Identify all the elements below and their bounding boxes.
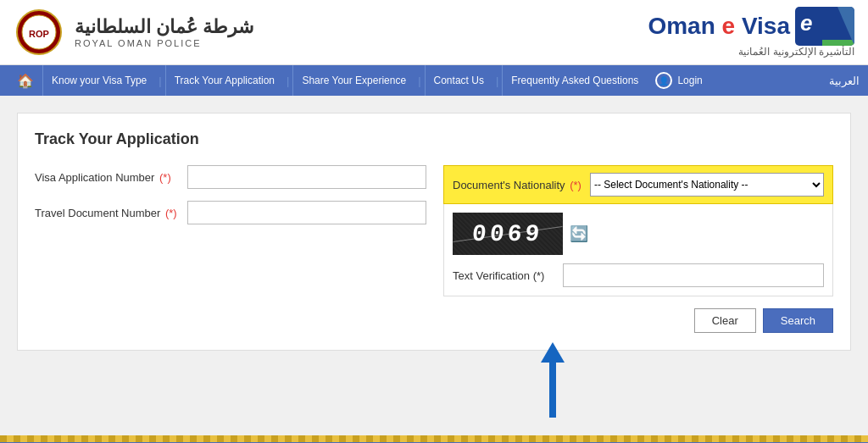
captcha-image: 0069 <box>453 213 563 255</box>
search-button[interactable]: Search <box>763 308 833 333</box>
text-verify-input[interactable] <box>563 263 824 287</box>
home-nav-icon[interactable]: 🏠 <box>8 73 42 89</box>
evisa-e: e <box>722 13 736 39</box>
police-text: شرطة عُمان السلطانية ROYAL OMAN POLICE <box>75 16 253 48</box>
nationality-label: Document's Nationality (*) <box>453 179 581 191</box>
visa-required: (*) <box>159 171 171 184</box>
evisa-badge: e <box>795 7 854 46</box>
form-right: Document's Nationality (*) -- Select Doc… <box>443 165 833 333</box>
travel-doc-label: Travel Document Number (*) <box>35 207 179 219</box>
nav-sep-1: | <box>155 75 164 87</box>
captcha-area: 0069 🔄 Text Verification (*) <box>443 204 833 296</box>
visa-number-row: Visa Application Number (*) <box>35 165 426 189</box>
arabic-org-name: شرطة عُمان السلطانية <box>75 16 253 38</box>
captcha-value: 0069 <box>471 221 544 247</box>
header-right: Oman e Visa e التأشيرة الإلكترونية العُم… <box>648 7 854 58</box>
english-org-name: ROYAL OMAN POLICE <box>75 38 253 48</box>
text-verify-row: Text Verification (*) <box>453 263 824 287</box>
evisa-logo: Oman e Visa e التأشيرة الإلكترونية العُم… <box>648 7 854 58</box>
nationality-required: (*) <box>570 179 581 191</box>
person-icon: 👤 <box>655 72 672 89</box>
nav-arabic-toggle[interactable]: العربية <box>829 75 860 87</box>
visa-number-input[interactable] <box>187 165 426 189</box>
nav-contact[interactable]: Contact Us <box>425 65 492 96</box>
captcha-image-row: 0069 🔄 <box>453 213 824 255</box>
arrow-area <box>17 351 851 418</box>
police-logo: ROP <box>14 7 64 58</box>
travel-doc-row: Travel Document Number (*) <box>35 201 426 224</box>
svg-text:ROP: ROP <box>29 29 49 39</box>
refresh-captcha-icon[interactable]: 🔄 <box>570 224 588 243</box>
arrow-shaft <box>549 363 556 418</box>
header-left: ROP شرطة عُمان السلطانية ROYAL OMAN POLI… <box>14 7 253 58</box>
nav-sep-4: | <box>492 75 502 87</box>
nav-share-exp[interactable]: Share Your Experience <box>292 65 415 96</box>
content-area: Track Your Application Visa Application … <box>0 96 868 435</box>
evisa-brand-text: Oman e Visa <box>648 13 790 40</box>
nav-faq[interactable]: Frequently Asked Questions <box>502 65 647 96</box>
evisa-arabic-text: التأشيرة الإلكترونية العُمانية <box>738 46 854 58</box>
form-container: Track Your Application Visa Application … <box>17 113 851 351</box>
travel-doc-required: (*) <box>165 207 177 219</box>
login-label[interactable]: Login <box>677 75 702 86</box>
blue-arrow <box>541 342 565 418</box>
form-left: Visa Application Number (*) Travel Docum… <box>35 165 426 333</box>
text-verify-label: Text Verification (*) <box>453 269 554 282</box>
form-grid: Visa Application Number (*) Travel Docum… <box>35 165 833 333</box>
footer-deco-pattern <box>0 435 868 442</box>
nav-sep-3: | <box>415 75 424 87</box>
header: ROP شرطة عُمان السلطانية ROYAL OMAN POLI… <box>0 0 868 65</box>
nationality-select[interactable]: -- Select Document's Nationality -- <box>590 173 824 197</box>
nav-know-visa[interactable]: Know your Visa Type <box>42 65 155 96</box>
visa-number-label: Visa Application Number (*) <box>35 171 179 184</box>
nav-login[interactable]: 👤 Login <box>655 72 702 89</box>
page-title: Track Your Application <box>35 130 833 148</box>
nav-track-app[interactable]: Track Your Application <box>165 65 283 96</box>
clear-button[interactable]: Clear <box>694 308 756 333</box>
travel-doc-input[interactable] <box>187 201 426 224</box>
arrow-head <box>541 342 565 363</box>
nav-sep-2: | <box>283 75 292 87</box>
main-nav: 🏠 Know your Visa Type | Track Your Appli… <box>0 65 868 96</box>
button-row: Clear Search <box>443 308 833 333</box>
nationality-row: Document's Nationality (*) -- Select Doc… <box>443 165 833 204</box>
